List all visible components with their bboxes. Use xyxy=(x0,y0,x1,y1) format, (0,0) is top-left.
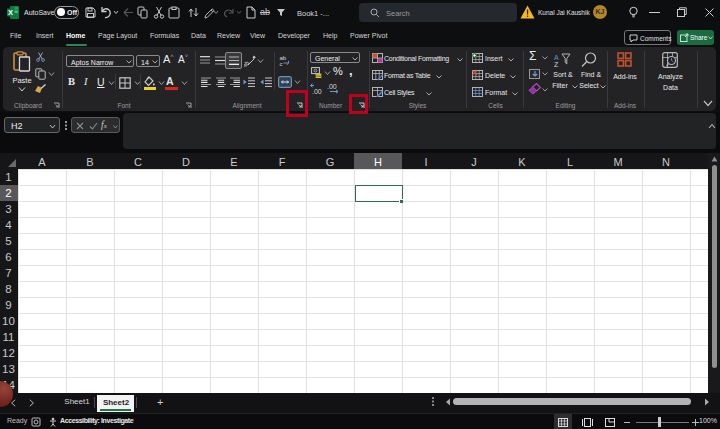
svg-text:A: A xyxy=(554,54,559,61)
svg-text:.00: .00 xyxy=(312,88,322,95)
svg-text:ab: ab xyxy=(280,55,287,61)
svg-text:Z: Z xyxy=(554,61,559,67)
svg-text:X: X xyxy=(8,8,13,17)
svg-text:.00: .00 xyxy=(327,83,337,90)
svg-text:c: c xyxy=(280,61,283,67)
